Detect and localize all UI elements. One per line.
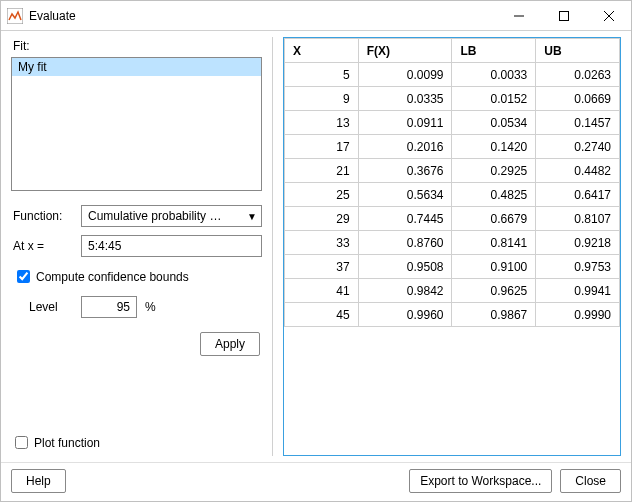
cell-fx[interactable]: 0.0099 [358,63,452,87]
cell-ub[interactable]: 0.6417 [536,183,620,207]
cell-ub[interactable]: 0.4482 [536,159,620,183]
window-title: Evaluate [29,9,496,23]
cell-fx[interactable]: 0.9508 [358,255,452,279]
right-panel: X F(X) LB UB 50.00990.00330.026390.03350… [283,37,621,456]
compute-bounds-checkbox[interactable] [17,270,30,283]
cell-lb[interactable]: 0.8141 [452,231,536,255]
table-row[interactable]: 50.00990.00330.0263 [285,63,620,87]
col-header-ub[interactable]: UB [536,39,620,63]
cell-x[interactable]: 21 [285,159,359,183]
cell-ub[interactable]: 0.0263 [536,63,620,87]
cell-x[interactable]: 33 [285,231,359,255]
cell-fx[interactable]: 0.8760 [358,231,452,255]
function-select[interactable]: Cumulative probability … ▼ [81,205,262,227]
maximize-button[interactable] [541,1,586,30]
plot-function-label[interactable]: Plot function [34,436,100,450]
cell-x[interactable]: 29 [285,207,359,231]
table-row[interactable]: 250.56340.48250.6417 [285,183,620,207]
cell-ub[interactable]: 0.9941 [536,279,620,303]
cell-x[interactable]: 17 [285,135,359,159]
fit-label: Fit: [13,39,262,53]
plot-function-checkbox[interactable] [15,436,28,449]
cell-x[interactable]: 5 [285,63,359,87]
cell-fx[interactable]: 0.3676 [358,159,452,183]
help-button[interactable]: Help [11,469,66,493]
cell-ub[interactable]: 0.9218 [536,231,620,255]
cell-lb[interactable]: 0.0534 [452,111,536,135]
svg-rect-0 [7,8,23,24]
title-bar: Evaluate [1,1,631,31]
export-button[interactable]: Export to Workspace... [409,469,552,493]
close-dialog-button[interactable]: Close [560,469,621,493]
col-header-fx[interactable]: F(X) [358,39,452,63]
table-row[interactable]: 450.99600.98670.9990 [285,303,620,327]
cell-lb[interactable]: 0.6679 [452,207,536,231]
fit-list-item[interactable]: My fit [12,58,261,76]
atx-label: At x = [11,239,81,253]
cell-ub[interactable]: 0.8107 [536,207,620,231]
cell-lb[interactable]: 0.1420 [452,135,536,159]
minimize-button[interactable] [496,1,541,30]
table-empty-area [284,327,620,455]
cell-ub[interactable]: 0.9753 [536,255,620,279]
cell-fx[interactable]: 0.0335 [358,87,452,111]
cell-ub[interactable]: 0.9990 [536,303,620,327]
table-row[interactable]: 90.03350.01520.0669 [285,87,620,111]
table-row[interactable]: 170.20160.14200.2740 [285,135,620,159]
compute-bounds-label[interactable]: Compute confidence bounds [36,270,189,284]
cell-ub[interactable]: 0.1457 [536,111,620,135]
cell-x[interactable]: 25 [285,183,359,207]
atx-input[interactable] [81,235,262,257]
cell-fx[interactable]: 0.5634 [358,183,452,207]
cell-fx[interactable]: 0.0911 [358,111,452,135]
cell-ub[interactable]: 0.2740 [536,135,620,159]
chevron-down-icon: ▼ [247,211,257,222]
function-select-value: Cumulative probability … [88,209,221,223]
cell-lb[interactable]: 0.2925 [452,159,536,183]
footer-bar: Help Export to Workspace... Close [1,462,631,501]
cell-fx[interactable]: 0.7445 [358,207,452,231]
close-button[interactable] [586,1,631,30]
function-label: Function: [11,209,81,223]
cell-lb[interactable]: 0.0033 [452,63,536,87]
cell-lb[interactable]: 0.4825 [452,183,536,207]
cell-lb[interactable]: 0.0152 [452,87,536,111]
cell-fx[interactable]: 0.2016 [358,135,452,159]
table-row[interactable]: 130.09110.05340.1457 [285,111,620,135]
table-row[interactable]: 410.98420.96250.9941 [285,279,620,303]
cell-x[interactable]: 9 [285,87,359,111]
cell-fx[interactable]: 0.9842 [358,279,452,303]
percent-label: % [145,300,156,314]
cell-lb[interactable]: 0.9625 [452,279,536,303]
svg-rect-2 [559,11,568,20]
level-input[interactable] [81,296,137,318]
cell-ub[interactable]: 0.0669 [536,87,620,111]
table-row[interactable]: 330.87600.81410.9218 [285,231,620,255]
level-label: Level [29,300,81,314]
table-row[interactable]: 290.74450.66790.8107 [285,207,620,231]
cell-x[interactable]: 45 [285,303,359,327]
table-row[interactable]: 210.36760.29250.4482 [285,159,620,183]
cell-x[interactable]: 37 [285,255,359,279]
col-header-x[interactable]: X [285,39,359,63]
cell-fx[interactable]: 0.9960 [358,303,452,327]
table-header-row: X F(X) LB UB [285,39,620,63]
cell-x[interactable]: 41 [285,279,359,303]
table-row[interactable]: 370.95080.91000.9753 [285,255,620,279]
cell-lb[interactable]: 0.9100 [452,255,536,279]
results-table[interactable]: X F(X) LB UB 50.00990.00330.026390.03350… [283,37,621,456]
cell-lb[interactable]: 0.9867 [452,303,536,327]
col-header-lb[interactable]: LB [452,39,536,63]
fit-listbox[interactable]: My fit [11,57,262,191]
left-panel: Fit: My fit Function: Cumulative probabi… [11,37,273,456]
cell-x[interactable]: 13 [285,111,359,135]
apply-button[interactable]: Apply [200,332,260,356]
app-icon [7,8,23,24]
